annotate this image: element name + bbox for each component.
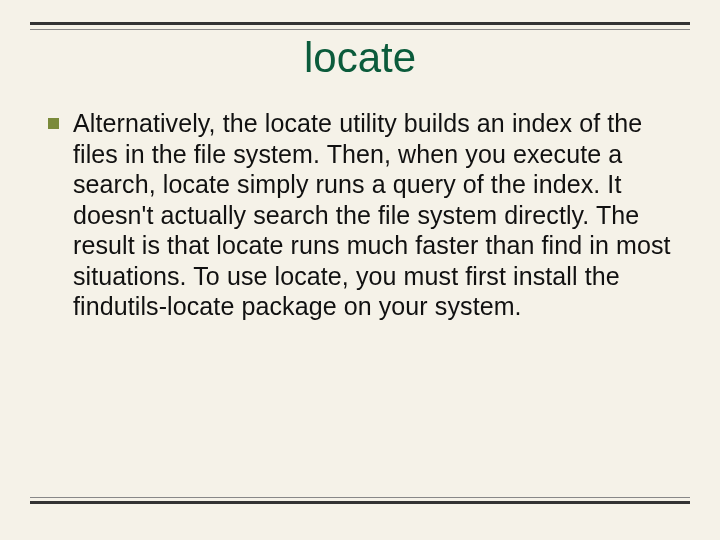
slide-title: locate <box>0 34 720 82</box>
bottom-rule <box>30 497 690 498</box>
slide-body: Alternatively, the locate utility builds… <box>48 108 680 322</box>
top-rule <box>30 22 690 25</box>
slide: locate Alternatively, the locate utility… <box>0 0 720 540</box>
body-text: Alternatively, the locate utility builds… <box>73 108 680 322</box>
square-bullet-icon <box>48 118 59 129</box>
list-item: Alternatively, the locate utility builds… <box>48 108 680 322</box>
